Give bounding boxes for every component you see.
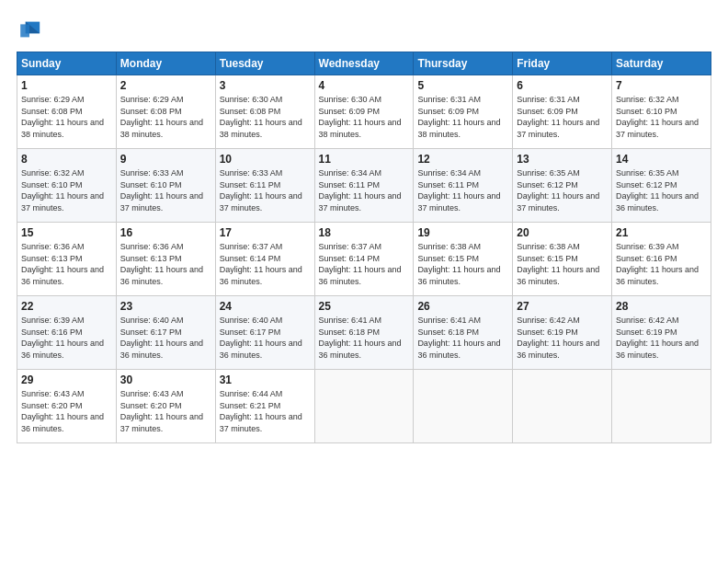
calendar-cell: 4Sunrise: 6:30 AMSunset: 6:09 PMDaylight… [314, 75, 414, 149]
day-number: 12 [417, 153, 508, 166]
weekday-header-row: SundayMondayTuesdayWednesdayThursdayFrid… [17, 52, 711, 75]
calendar-cell: 5Sunrise: 6:31 AMSunset: 6:09 PMDaylight… [414, 75, 513, 149]
day-info: Sunrise: 6:32 AMSunset: 6:10 PMDaylight:… [616, 94, 707, 140]
day-info: Sunrise: 6:40 AMSunset: 6:17 PMDaylight:… [120, 315, 211, 361]
calendar-cell: 21Sunrise: 6:39 AMSunset: 6:16 PMDayligh… [612, 223, 711, 296]
day-number: 20 [517, 226, 608, 239]
day-info: Sunrise: 6:35 AMSunset: 6:12 PMDaylight:… [517, 167, 608, 213]
day-number: 10 [220, 153, 311, 166]
day-info: Sunrise: 6:42 AMSunset: 6:19 PMDaylight:… [616, 315, 707, 361]
day-info: Sunrise: 6:34 AMSunset: 6:11 PMDaylight:… [319, 167, 410, 213]
calendar-cell: 2Sunrise: 6:29 AMSunset: 6:08 PMDaylight… [116, 75, 215, 149]
calendar-cell: 17Sunrise: 6:37 AMSunset: 6:14 PMDayligh… [215, 223, 314, 296]
day-info: Sunrise: 6:33 AMSunset: 6:11 PMDaylight:… [220, 167, 311, 213]
day-info: Sunrise: 6:30 AMSunset: 6:09 PMDaylight:… [319, 94, 410, 140]
calendar-cell: 18Sunrise: 6:37 AMSunset: 6:14 PMDayligh… [314, 223, 414, 296]
day-info: Sunrise: 6:36 AMSunset: 6:13 PMDaylight:… [21, 241, 112, 287]
calendar-cell: 25Sunrise: 6:41 AMSunset: 6:18 PMDayligh… [314, 296, 414, 370]
calendar-cell: 8Sunrise: 6:32 AMSunset: 6:10 PMDaylight… [17, 149, 117, 223]
weekday-tuesday: Tuesday [215, 52, 314, 75]
day-number: 22 [21, 300, 112, 313]
day-info: Sunrise: 6:33 AMSunset: 6:10 PMDaylight:… [120, 167, 211, 213]
day-number: 24 [220, 300, 311, 313]
weekday-saturday: Saturday [612, 52, 711, 75]
day-number: 8 [21, 153, 112, 166]
day-number: 16 [120, 226, 211, 239]
weekday-thursday: Thursday [414, 52, 513, 75]
calendar-cell: 20Sunrise: 6:38 AMSunset: 6:15 PMDayligh… [513, 223, 612, 296]
calendar-cell: 11Sunrise: 6:34 AMSunset: 6:11 PMDayligh… [314, 149, 414, 223]
day-info: Sunrise: 6:35 AMSunset: 6:12 PMDaylight:… [616, 167, 707, 213]
weekday-friday: Friday [513, 52, 612, 75]
day-number: 15 [21, 226, 112, 239]
calendar-cell: 14Sunrise: 6:35 AMSunset: 6:12 PMDayligh… [612, 149, 711, 223]
calendar-cell [612, 370, 711, 443]
calendar-cell: 3Sunrise: 6:30 AMSunset: 6:08 PMDaylight… [215, 75, 314, 149]
day-number: 26 [417, 300, 508, 313]
calendar-cell: 29Sunrise: 6:43 AMSunset: 6:20 PMDayligh… [17, 370, 117, 443]
day-info: Sunrise: 6:32 AMSunset: 6:10 PMDaylight:… [21, 167, 112, 213]
day-number: 6 [517, 79, 608, 92]
page: SundayMondayTuesdayWednesdayThursdayFrid… [0, 0, 728, 563]
day-info: Sunrise: 6:34 AMSunset: 6:11 PMDaylight:… [417, 167, 508, 213]
day-number: 9 [120, 153, 211, 166]
day-info: Sunrise: 6:31 AMSunset: 6:09 PMDaylight:… [417, 94, 508, 140]
day-info: Sunrise: 6:37 AMSunset: 6:14 PMDaylight:… [220, 241, 311, 287]
day-info: Sunrise: 6:43 AMSunset: 6:20 PMDaylight:… [120, 388, 211, 434]
day-info: Sunrise: 6:29 AMSunset: 6:08 PMDaylight:… [21, 94, 112, 140]
day-number: 3 [220, 79, 311, 92]
week-row-4: 22Sunrise: 6:39 AMSunset: 6:16 PMDayligh… [17, 296, 711, 370]
week-row-3: 15Sunrise: 6:36 AMSunset: 6:13 PMDayligh… [17, 223, 711, 296]
calendar-cell: 24Sunrise: 6:40 AMSunset: 6:17 PMDayligh… [215, 296, 314, 370]
day-number: 4 [319, 79, 410, 92]
day-number: 30 [120, 373, 211, 386]
day-number: 17 [220, 226, 311, 239]
day-number: 25 [319, 300, 410, 313]
calendar-cell: 16Sunrise: 6:36 AMSunset: 6:13 PMDayligh… [116, 223, 215, 296]
weekday-monday: Monday [116, 52, 215, 75]
day-info: Sunrise: 6:40 AMSunset: 6:17 PMDaylight:… [220, 315, 311, 361]
calendar-cell: 27Sunrise: 6:42 AMSunset: 6:19 PMDayligh… [513, 296, 612, 370]
day-number: 23 [120, 300, 211, 313]
day-info: Sunrise: 6:39 AMSunset: 6:16 PMDaylight:… [21, 315, 112, 361]
day-number: 18 [319, 226, 410, 239]
day-number: 11 [319, 153, 410, 166]
day-number: 29 [21, 373, 112, 386]
day-info: Sunrise: 6:41 AMSunset: 6:18 PMDaylight:… [319, 315, 410, 361]
calendar-cell: 6Sunrise: 6:31 AMSunset: 6:09 PMDaylight… [513, 75, 612, 149]
day-info: Sunrise: 6:29 AMSunset: 6:08 PMDaylight:… [120, 94, 211, 140]
calendar-cell: 28Sunrise: 6:42 AMSunset: 6:19 PMDayligh… [612, 296, 711, 370]
svg-marker-2 [20, 24, 29, 37]
calendar-cell: 26Sunrise: 6:41 AMSunset: 6:18 PMDayligh… [414, 296, 513, 370]
day-info: Sunrise: 6:37 AMSunset: 6:14 PMDaylight:… [319, 241, 410, 287]
calendar-cell [314, 370, 414, 443]
day-number: 19 [417, 226, 508, 239]
day-number: 27 [517, 300, 608, 313]
week-row-2: 8Sunrise: 6:32 AMSunset: 6:10 PMDaylight… [17, 149, 711, 223]
day-info: Sunrise: 6:38 AMSunset: 6:15 PMDaylight:… [417, 241, 508, 287]
logo-icon [17, 17, 42, 42]
day-info: Sunrise: 6:31 AMSunset: 6:09 PMDaylight:… [517, 94, 608, 140]
calendar-cell: 13Sunrise: 6:35 AMSunset: 6:12 PMDayligh… [513, 149, 612, 223]
header [17, 17, 711, 42]
week-row-5: 29Sunrise: 6:43 AMSunset: 6:20 PMDayligh… [17, 370, 711, 443]
calendar-cell [414, 370, 513, 443]
day-number: 13 [517, 153, 608, 166]
day-info: Sunrise: 6:44 AMSunset: 6:21 PMDaylight:… [220, 388, 311, 434]
day-number: 21 [616, 226, 707, 239]
calendar-cell: 12Sunrise: 6:34 AMSunset: 6:11 PMDayligh… [414, 149, 513, 223]
week-row-1: 1Sunrise: 6:29 AMSunset: 6:08 PMDaylight… [17, 75, 711, 149]
calendar-cell: 9Sunrise: 6:33 AMSunset: 6:10 PMDaylight… [116, 149, 215, 223]
day-info: Sunrise: 6:43 AMSunset: 6:20 PMDaylight:… [21, 388, 112, 434]
day-number: 1 [21, 79, 112, 92]
day-info: Sunrise: 6:30 AMSunset: 6:08 PMDaylight:… [220, 94, 311, 140]
calendar-cell [513, 370, 612, 443]
day-info: Sunrise: 6:38 AMSunset: 6:15 PMDaylight:… [517, 241, 608, 287]
day-info: Sunrise: 6:41 AMSunset: 6:18 PMDaylight:… [417, 315, 508, 361]
day-number: 31 [220, 373, 311, 386]
day-info: Sunrise: 6:39 AMSunset: 6:16 PMDaylight:… [616, 241, 707, 287]
day-number: 5 [417, 79, 508, 92]
calendar-table: SundayMondayTuesdayWednesdayThursdayFrid… [17, 52, 711, 443]
day-info: Sunrise: 6:42 AMSunset: 6:19 PMDaylight:… [517, 315, 608, 361]
day-info: Sunrise: 6:36 AMSunset: 6:13 PMDaylight:… [120, 241, 211, 287]
